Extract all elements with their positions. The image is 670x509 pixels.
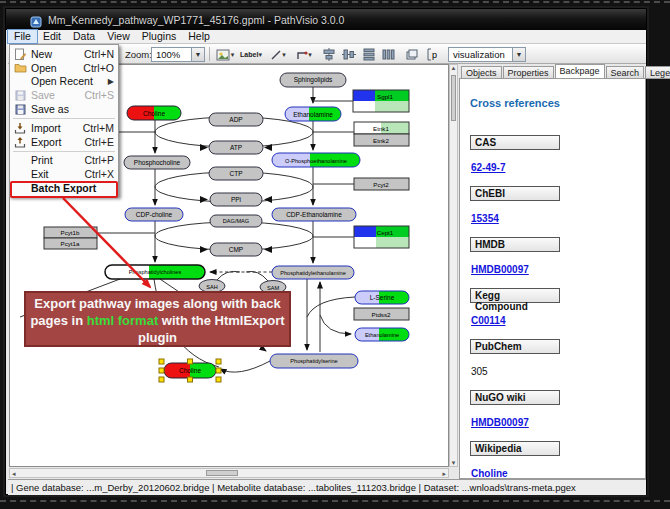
- gene-node-pcyt2[interactable]: Pcyt2: [354, 178, 409, 190]
- menu-item-save-as[interactable]: Save as: [10, 102, 118, 116]
- xref-header: Kegg Compound: [470, 288, 560, 303]
- import-icon: [13, 122, 27, 134]
- node-ctp[interactable]: CTP: [209, 167, 263, 180]
- vertical-scroll-thumb[interactable]: [451, 75, 456, 121]
- node-label: Phosphatidylcholines: [129, 269, 182, 275]
- xref-link[interactable]: 15354: [471, 213, 499, 224]
- file-menu-popup: New Ctrl+N Open Ctrl+O Open Recent ▶ Sav…: [9, 44, 119, 197]
- gene-node-pcyt1a[interactable]: Pcyt1a: [44, 238, 97, 249]
- scroll-left-icon[interactable]: ◂: [12, 469, 16, 478]
- xref-section-wikipedia: Wikipedia Choline: [470, 441, 635, 479]
- node-ethanolamine-bottom[interactable]: Ethanolamine: [355, 328, 409, 341]
- text-format-icon[interactable]: p: [423, 47, 440, 62]
- node-sphingolipids[interactable]: Sphingolipids: [280, 73, 346, 87]
- canvas-vertical-scrollbar[interactable]: ▲ ▼: [449, 64, 458, 467]
- node-phosphatidylethanolamine[interactable]: Phosphatidylethanolamine: [272, 266, 354, 279]
- node-label: Ethanolamine: [293, 111, 333, 118]
- gene-node-cept1[interactable]: Cept1: [354, 226, 409, 248]
- xref-header: NuGO wiki: [470, 390, 560, 405]
- svg-text:p: p: [432, 50, 437, 60]
- menu-item-open-recent[interactable]: Open Recent ▶: [10, 75, 118, 89]
- gene-node-sgpl1[interactable]: Sgpl1: [353, 90, 409, 112]
- horizontal-scroll-thumb[interactable]: [206, 470, 238, 476]
- scroll-down-icon[interactable]: ▼: [450, 460, 457, 466]
- node-cmp[interactable]: CMP: [210, 243, 262, 256]
- menu-item-save[interactable]: Save Ctrl+S: [10, 88, 118, 102]
- node-cdp-choline[interactable]: CDP-choline: [125, 208, 183, 221]
- node-phosphatidylserine[interactable]: Phosphatidylserine: [270, 354, 358, 368]
- export-icon: [13, 136, 27, 148]
- xref-link[interactable]: HMDB00097: [471, 417, 529, 428]
- node-adp[interactable]: ADP: [209, 113, 263, 126]
- node-label: Sphingolipids: [294, 76, 333, 84]
- menu-data[interactable]: Data: [67, 30, 101, 43]
- node-choline-selected[interactable]: Choline: [159, 359, 221, 382]
- visualization-select[interactable]: visualization ▼: [448, 47, 526, 62]
- zoom-select[interactable]: 100% ▼: [151, 47, 205, 62]
- menu-plugins[interactable]: Plugins: [136, 30, 182, 43]
- menu-edit[interactable]: Edit: [37, 30, 67, 43]
- node-atp[interactable]: ATP: [209, 141, 263, 154]
- menu-item-new[interactable]: New Ctrl+N: [10, 47, 118, 61]
- node-ethanolamine-top[interactable]: Ethanolamine: [285, 107, 341, 121]
- gene-node-etnk2[interactable]: Etnk2: [354, 134, 409, 146]
- menu-item-import[interactable]: Import Ctrl+M: [10, 121, 118, 135]
- chevron-down-icon[interactable]: ▼: [191, 48, 204, 61]
- canvas-horizontal-scrollbar[interactable]: ◂ ▸: [9, 468, 449, 478]
- node-l-serine[interactable]: L-Serine: [355, 291, 409, 304]
- xref-link[interactable]: C00114: [471, 315, 505, 326]
- align-center-icon[interactable]: [320, 47, 337, 62]
- node-cdp-ethanolamine[interactable]: CDP-Ethanolamine: [272, 208, 356, 221]
- node-label: CDP-choline: [136, 211, 173, 218]
- label-tool-button[interactable]: Label ▾: [239, 47, 263, 62]
- xref-header: HMDB: [470, 237, 560, 252]
- node-label: L-Serine: [370, 294, 395, 301]
- node-label: PPi: [231, 196, 241, 203]
- gene-label: Pcyt1a: [61, 240, 80, 247]
- distribute-rows-icon[interactable]: [360, 47, 377, 62]
- menu-item-shortcut: Ctrl+S: [85, 89, 114, 101]
- scroll-right-icon[interactable]: ▸: [442, 469, 446, 478]
- menu-item-print[interactable]: Print Ctrl+P: [10, 154, 118, 168]
- menu-item-label: Exit: [31, 168, 49, 180]
- node-ppi[interactable]: PPi: [210, 193, 262, 206]
- node-choline-top[interactable]: Choline: [127, 106, 181, 120]
- stack-icon[interactable]: [403, 47, 420, 62]
- gene-node-pcyt1b[interactable]: Pcyt1b: [44, 227, 97, 238]
- distribute-columns-icon[interactable]: [380, 47, 397, 62]
- submenu-arrow-icon: ▶: [108, 77, 114, 86]
- node-o-phosphoethanolamine[interactable]: O-Phosphoethanolamine: [272, 153, 360, 167]
- blank-icon: [13, 154, 27, 166]
- menu-item-open[interactable]: Open Ctrl+O: [10, 61, 118, 75]
- node-dag[interactable]: DAG/MAG: [210, 215, 262, 227]
- status-text: | Gene database: ...m_Derby_20120602.bri…: [11, 482, 576, 493]
- node-phosphocholine[interactable]: Phosphocholine: [124, 156, 190, 169]
- menu-view[interactable]: View: [101, 30, 136, 43]
- window-title: Mm_Kennedy_pathway_WP1771_45176.gpml - P…: [48, 14, 344, 26]
- tab-backpage[interactable]: Backpage: [555, 64, 605, 79]
- menu-item-label: Import: [31, 122, 61, 134]
- menu-help[interactable]: Help: [182, 30, 216, 43]
- chevron-down-icon[interactable]: ▼: [512, 48, 525, 61]
- gene-node-ptdss2[interactable]: Ptdss2: [354, 308, 409, 320]
- image-tool-button[interactable]: ▾: [213, 47, 237, 62]
- line-tool-button[interactable]: ▾: [266, 47, 290, 62]
- scroll-up-icon[interactable]: ▲: [450, 65, 457, 71]
- gene-label: Sgpl1: [377, 93, 393, 100]
- menu-item-exit[interactable]: Exit Ctrl+X: [10, 167, 118, 181]
- xref-section-hmdb: HMDB HMDB00097: [470, 237, 635, 277]
- node-phosphatidylcholines[interactable]: Phosphatidylcholines: [105, 265, 205, 279]
- tab-legend[interactable]: Legend: [645, 66, 670, 79]
- xref-link[interactable]: Choline: [471, 468, 508, 479]
- menu-item-label: Save: [31, 89, 55, 101]
- connector-tool-button[interactable]: ▾: [292, 47, 316, 62]
- gene-node-etnk1[interactable]: Etnk1: [354, 122, 409, 134]
- label-tool-text: Label: [240, 51, 258, 58]
- menu-separator: [13, 118, 115, 119]
- xref-link[interactable]: HMDB00097: [471, 264, 529, 275]
- menu-item-export[interactable]: Export Ctrl+E: [10, 135, 118, 149]
- xref-link[interactable]: 62-49-7: [471, 162, 505, 173]
- menu-item-shortcut: Ctrl+P: [85, 154, 114, 166]
- align-middle-icon[interactable]: [340, 47, 357, 62]
- menu-file[interactable]: File: [8, 30, 37, 43]
